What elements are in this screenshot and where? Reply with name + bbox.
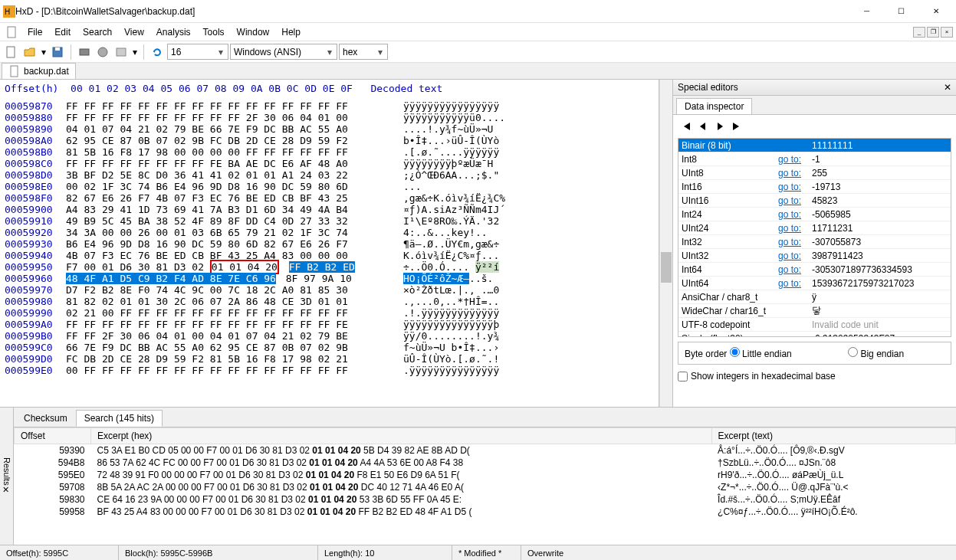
panel-close-button[interactable]: ✕ bbox=[944, 82, 951, 93]
minimize-button[interactable]: ─ bbox=[849, 0, 884, 22]
charset-combo[interactable]: Windows (ANSI)▾ bbox=[230, 44, 337, 60]
menubar: File Edit Search View Analysis Tools Win… bbox=[0, 23, 956, 41]
disk-button-2[interactable] bbox=[94, 44, 111, 61]
window-title: HxD - [D:\BitcoinWalletSalvager\backup.d… bbox=[15, 6, 849, 17]
file-icon bbox=[8, 65, 21, 77]
svg-point-7 bbox=[98, 47, 107, 57]
col-offset[interactable]: Offset bbox=[15, 428, 91, 444]
special-editors-title: Special editors bbox=[678, 82, 738, 93]
toolbar-dropdown[interactable]: ▾ bbox=[131, 44, 139, 61]
special-editors-panel: Special editors ✕ Data inspector Binair … bbox=[672, 80, 956, 407]
open-button[interactable] bbox=[21, 44, 38, 61]
svg-rect-8 bbox=[117, 48, 126, 56]
byte-order-group: Byte order Little endian Big endian bbox=[678, 342, 951, 365]
last-icon[interactable] bbox=[731, 121, 742, 132]
col-excerpt-hex[interactable]: Excerpt (hex) bbox=[91, 428, 712, 444]
svg-rect-3 bbox=[7, 47, 15, 57]
tab-search[interactable]: Search (145 hits) bbox=[76, 410, 163, 427]
first-icon[interactable] bbox=[681, 121, 692, 132]
status-length: Length(h): 10 bbox=[318, 545, 452, 560]
close-button[interactable]: ✕ bbox=[918, 0, 953, 22]
svg-rect-9 bbox=[11, 66, 18, 77]
new-button[interactable] bbox=[3, 44, 20, 61]
file-tabbar: backup.dat bbox=[0, 63, 956, 80]
hex-editor[interactable]: Offset(h) 00 01 02 03 04 05 06 07 08 09 … bbox=[0, 80, 659, 407]
svg-text:H: H bbox=[5, 8, 10, 16]
status-mode: Overwrite bbox=[521, 545, 956, 560]
tab-data-inspector[interactable]: Data inspector bbox=[676, 98, 752, 114]
disk-button-3[interactable] bbox=[113, 44, 130, 61]
base-combo[interactable]: hex▾ bbox=[339, 44, 388, 60]
statusbar: Offset(h): 5995C Block(h): 5995C-5996B L… bbox=[0, 545, 956, 560]
svg-rect-5 bbox=[55, 47, 60, 51]
child-minimize-button[interactable]: _ bbox=[913, 27, 925, 38]
svg-rect-2 bbox=[8, 27, 15, 38]
status-block: Block(h): 5995C-5996B bbox=[119, 545, 318, 560]
refresh-button[interactable] bbox=[149, 44, 166, 61]
menu-analysis[interactable]: Analysis bbox=[150, 25, 197, 40]
menu-tools[interactable]: Tools bbox=[197, 25, 231, 40]
results-grid[interactable]: Offset Excerpt (hex) Excerpt (text) 5939… bbox=[14, 427, 956, 545]
child-close-button[interactable]: × bbox=[941, 27, 953, 38]
menu-help[interactable]: Help bbox=[275, 25, 307, 40]
child-restore-button[interactable]: ❐ bbox=[927, 27, 939, 38]
menu-view[interactable]: View bbox=[118, 25, 150, 40]
radio-big-endian[interactable]: Big endian bbox=[848, 349, 904, 359]
next-icon[interactable] bbox=[715, 121, 725, 132]
document-icon bbox=[6, 26, 18, 38]
file-tab[interactable]: backup.dat bbox=[2, 63, 76, 79]
col-excerpt-text[interactable]: Excerpt (text) bbox=[711, 428, 955, 444]
save-button[interactable] bbox=[49, 44, 66, 61]
hex-scrollbar[interactable] bbox=[659, 80, 672, 407]
status-modified: * Modified * bbox=[452, 545, 521, 560]
results-handle[interactable]: Results ✕ bbox=[0, 408, 14, 545]
show-hex-checkbox[interactable]: Show integers in hexadecimal base bbox=[678, 371, 951, 382]
status-offset: Offset(h): 5995C bbox=[0, 545, 119, 560]
menu-window[interactable]: Window bbox=[231, 25, 276, 40]
toolbar: ▾ ▾ 16▾ Windows (ANSI)▾ hex▾ bbox=[0, 41, 956, 63]
prev-icon[interactable] bbox=[698, 121, 708, 132]
maximize-button[interactable]: ☐ bbox=[884, 0, 918, 22]
svg-rect-6 bbox=[80, 49, 89, 55]
tab-checksum[interactable]: Checksum bbox=[15, 410, 76, 427]
menu-file[interactable]: File bbox=[21, 25, 48, 40]
titlebar: H HxD - [D:\BitcoinWalletSalvager\backup… bbox=[0, 0, 956, 23]
menu-search[interactable]: Search bbox=[77, 25, 118, 40]
disk-button-1[interactable] bbox=[76, 44, 93, 61]
radio-little-endian[interactable]: Little endian bbox=[730, 349, 792, 359]
data-inspector-table[interactable]: Binair (8 bit)11111111Int8go to:-1UInt8g… bbox=[678, 138, 951, 337]
bytes-per-row-combo[interactable]: 16▾ bbox=[167, 44, 228, 60]
open-dropdown[interactable]: ▾ bbox=[40, 44, 48, 61]
app-icon: H bbox=[3, 5, 15, 18]
menu-edit[interactable]: Edit bbox=[48, 25, 77, 40]
